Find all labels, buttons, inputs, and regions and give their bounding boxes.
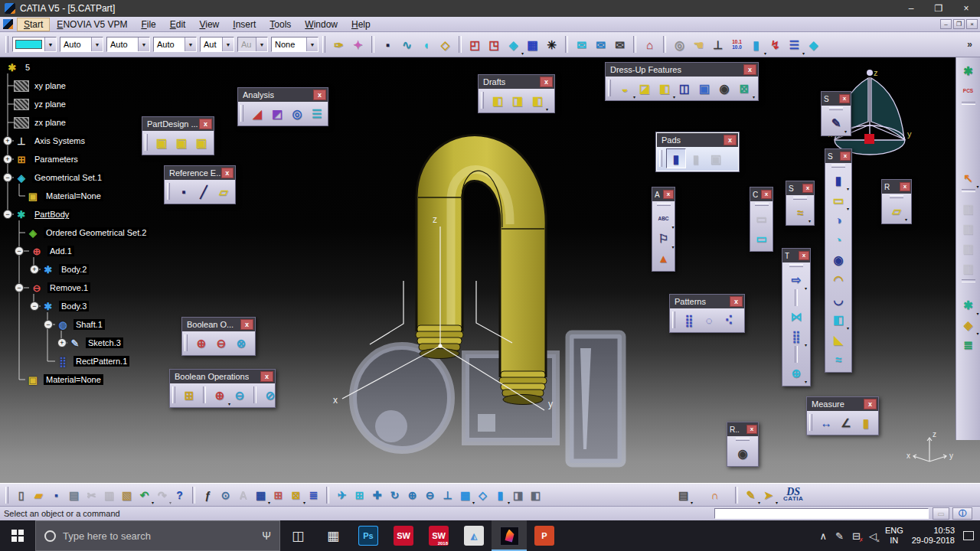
select-arrow-icon[interactable]: ↖▾ bbox=[959, 168, 978, 187]
constraint-icon[interactable]: ▭ bbox=[752, 228, 772, 248]
tree-expander[interactable]: − bbox=[30, 302, 39, 311]
body-icon[interactable]: ✱ bbox=[41, 262, 56, 276]
knowledge-advisor-icon[interactable]: ➤▾ bbox=[760, 486, 777, 504]
measure-item-icon[interactable]: ∠ bbox=[836, 412, 856, 432]
tree-node-geometrical-set[interactable]: ◈Geometrical Set.1 bbox=[14, 171, 104, 184]
zx-plane-icon[interactable] bbox=[14, 117, 29, 129]
curvature-analysis-icon[interactable]: ◩ bbox=[267, 103, 287, 123]
toolbar-reference-close-button[interactable]: x bbox=[221, 168, 234, 178]
toolbar-grip[interactable] bbox=[789, 264, 803, 267]
body-icon[interactable]: ✱ bbox=[41, 299, 56, 313]
remove-icon[interactable]: ⊖ bbox=[29, 281, 44, 295]
chevron-down-icon[interactable]: ▼ bbox=[44, 37, 56, 51]
toolbar-drafts-titlebar[interactable]: Draftsx bbox=[479, 75, 554, 89]
solid-combine-icon[interactable]: ◧▾ bbox=[828, 309, 848, 329]
camera-icon[interactable]: ◉ bbox=[733, 443, 753, 463]
flag-note-icon[interactable]: ⚐▾ bbox=[654, 228, 674, 248]
toolbar-bool2-titlebar[interactable]: Boolean Operationsx bbox=[170, 370, 275, 383]
toolbar-transform-close-button[interactable]: x bbox=[799, 251, 809, 260]
units-icon[interactable]: 10.110.0 bbox=[727, 35, 746, 54]
view-mode-icon[interactable]: ◨ bbox=[509, 486, 527, 504]
tree-node-body[interactable]: ✱Body.2 bbox=[41, 262, 89, 276]
graphic-color-select[interactable]: ▼ bbox=[12, 37, 57, 52]
menu-tools[interactable]: Tools bbox=[263, 18, 298, 31]
toolbar-grip[interactable] bbox=[240, 105, 243, 122]
remove-face-icon[interactable]: ⊠▾ bbox=[734, 78, 754, 98]
toolbar-analysis-close-button[interactable]: x bbox=[313, 90, 326, 100]
toolbar-grip[interactable] bbox=[5, 487, 8, 504]
pocket-recognition-icon[interactable]: ▣ bbox=[172, 132, 191, 152]
parameters-icon[interactable]: ⊞ bbox=[14, 152, 29, 166]
tree-expander[interactable]: − bbox=[3, 173, 12, 182]
smart-pick-icon[interactable]: ✳ bbox=[542, 35, 561, 54]
toolbar-grip[interactable] bbox=[657, 203, 671, 206]
start-button[interactable] bbox=[0, 520, 35, 551]
tree-node-material[interactable]: ▣Material=None bbox=[25, 189, 103, 203]
toolbar-bool1-close-button[interactable]: x bbox=[240, 319, 253, 330]
tree-node-sketch[interactable]: ✎Sketch.3 bbox=[67, 336, 123, 350]
pocket-icon[interactable]: ▭▾ bbox=[828, 190, 848, 210]
pan-icon[interactable]: ✚ bbox=[368, 486, 386, 504]
rules-icon[interactable]: ≣ bbox=[305, 486, 322, 504]
active-part-icon[interactable]: ∩ bbox=[706, 486, 724, 504]
fly-mode-icon[interactable]: ✈ bbox=[333, 486, 351, 504]
toolbar-grip[interactable] bbox=[809, 414, 812, 431]
toolbar-grip[interactable] bbox=[890, 195, 903, 198]
toolbar-pads-close-button[interactable]: x bbox=[724, 135, 737, 145]
mail-icon[interactable]: ✉ bbox=[572, 35, 591, 54]
list-icon[interactable]: ☰▾ bbox=[785, 35, 804, 54]
sew-surface-icon[interactable]: ≈ bbox=[828, 349, 848, 369]
tree-node-rect-pattern[interactable]: ⣿RectPattern.1 bbox=[55, 354, 129, 368]
pad-icon[interactable]: ▮ bbox=[666, 148, 686, 168]
property-select-6[interactable]: None▼ bbox=[271, 37, 318, 52]
paste-icon[interactable]: ▧ bbox=[118, 486, 136, 504]
toolbar-annotations-close-button[interactable]: x bbox=[663, 190, 674, 199]
measure-inertia-icon[interactable]: ▮ bbox=[856, 412, 876, 432]
toolbar-grip[interactable] bbox=[659, 150, 662, 167]
tree-node-xy-plane[interactable]: xy plane bbox=[14, 79, 68, 93]
toolbar-drafts-close-button[interactable]: x bbox=[540, 77, 553, 87]
select-face-icon[interactable]: ◳ bbox=[485, 35, 504, 54]
solidworks-2018-app[interactable]: SW2018 bbox=[421, 520, 456, 551]
toolbar-constraints-titlebar[interactable]: Cx bbox=[750, 187, 773, 201]
toolbar-constraints-close-button[interactable]: x bbox=[761, 190, 772, 199]
remove-icon[interactable]: ⊖ bbox=[230, 385, 250, 405]
restore-button[interactable]: ❐ bbox=[925, 0, 952, 17]
catia-app[interactable] bbox=[492, 520, 527, 551]
menu-view[interactable]: View bbox=[192, 18, 226, 31]
tree-node-zx-plane[interactable]: zx plane bbox=[14, 116, 68, 129]
stiffener-icon[interactable]: ◣ bbox=[828, 329, 848, 349]
design-table-icon[interactable]: ⊞ bbox=[270, 486, 287, 504]
toolbar-grip[interactable] bbox=[829, 107, 843, 110]
hole-icon[interactable]: ◉ bbox=[828, 249, 848, 269]
chevron-down-icon[interactable]: ▼ bbox=[256, 37, 267, 51]
command-input[interactable] bbox=[714, 508, 929, 519]
select-multi-icon[interactable]: ◈▾ bbox=[504, 35, 523, 54]
thread-end-right[interactable] bbox=[499, 371, 547, 405]
tree-node-remove[interactable]: ⊖Remove.1 bbox=[29, 281, 90, 295]
solidworks-app[interactable]: SW bbox=[386, 520, 421, 551]
toolbar-bool1-titlebar[interactable]: Boolean O...x bbox=[182, 318, 255, 331]
tree-expander[interactable]: − bbox=[15, 283, 24, 292]
toolbar-grip[interactable] bbox=[481, 92, 484, 109]
capture-icon[interactable]: ▤▾ bbox=[675, 486, 692, 504]
toolbar-patterns-close-button[interactable]: x bbox=[730, 296, 743, 307]
toolbar-sbf-close-button[interactable]: x bbox=[840, 152, 851, 161]
toolbar-pads-titlebar[interactable]: Padsx bbox=[657, 133, 738, 147]
toolbar-measure-close-button[interactable]: x bbox=[864, 399, 877, 409]
toolbar-capture-titlebar[interactable]: R..x bbox=[727, 422, 758, 436]
axis-systems-icon[interactable]: ⊥ bbox=[14, 134, 29, 148]
fit-all-icon[interactable]: ⊞ bbox=[351, 486, 368, 504]
ghost-hole[interactable] bbox=[375, 410, 407, 442]
draft-icon[interactable]: ◧▾ bbox=[655, 78, 675, 98]
sew-surface-icon[interactable]: ≈▾ bbox=[790, 202, 810, 222]
toolbar-grip[interactable] bbox=[608, 80, 611, 96]
spline-icon[interactable]: ∿ bbox=[397, 35, 416, 54]
ordered-geometrical-set-icon[interactable]: ◈ bbox=[25, 226, 41, 240]
dialog-toggle-button[interactable]: ▭ bbox=[933, 507, 949, 520]
toolbar-refplane-close-button[interactable]: x bbox=[900, 182, 910, 191]
add-icon[interactable]: ⊕▾ bbox=[210, 385, 230, 405]
open-icon[interactable]: ▰ bbox=[30, 486, 47, 504]
translation-icon[interactable]: ⇨▾ bbox=[786, 269, 806, 289]
toolbar-grip[interactable] bbox=[831, 165, 845, 168]
